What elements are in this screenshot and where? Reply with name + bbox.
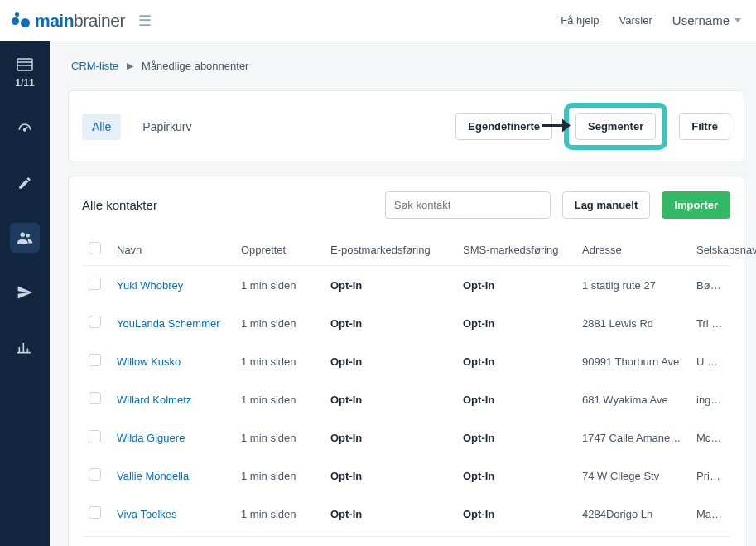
cell-sms-mkt: Opt-In: [456, 495, 575, 533]
row-checkbox[interactable]: [89, 506, 101, 519]
tabbar: Alle Papirkurv Egendefinerte Segmenter F…: [68, 90, 744, 162]
sidebar: 1/11: [0, 41, 50, 546]
col-email-mkt[interactable]: E-postmarkedsføring: [324, 234, 456, 266]
table-row: Wilda Giguere1 min sidenOpt-InOpt-In1747…: [82, 418, 730, 457]
breadcrumb: CRM-liste ▶ Månedlige abonnenter: [71, 60, 744, 72]
username-label: Username: [672, 13, 730, 27]
users-icon: [16, 229, 34, 247]
cell-sms-mkt: Opt-In: [456, 418, 575, 457]
sidebar-item-analytics[interactable]: [10, 332, 40, 362]
col-address[interactable]: Adresse: [575, 234, 690, 266]
tab-all[interactable]: Alle: [82, 114, 121, 140]
filters-button[interactable]: Filtre: [679, 113, 730, 140]
cell-created: 1 min siden: [234, 495, 324, 533]
panel-title: Alle kontakter: [82, 198, 157, 212]
svg-marker-12: [562, 118, 571, 132]
cell-company: Mclaughlin, Luth: [690, 418, 730, 457]
cell-sms-mkt: Opt-In: [456, 457, 575, 495]
row-checkbox[interactable]: [89, 278, 101, 290]
col-created[interactable]: Opprettet: [234, 234, 324, 266]
cell-email-mkt: Opt-In: [324, 380, 456, 418]
bar-chart-icon: [17, 339, 33, 355]
user-menu[interactable]: Username: [672, 13, 741, 27]
col-name[interactable]: Navn: [110, 234, 234, 266]
cell-created: 1 min siden: [234, 266, 324, 305]
sidebar-item-dashboard[interactable]: [10, 114, 40, 143]
custom-fields-button[interactable]: Egendefinerte: [455, 113, 552, 140]
row-checkbox[interactable]: [89, 392, 101, 404]
paper-plane-icon: [17, 284, 33, 301]
sidebar-step: 1/11: [15, 58, 34, 89]
contact-name-link[interactable]: Willow Kusko: [117, 355, 181, 368]
svg-rect-0: [17, 59, 32, 70]
cell-company: Mark Iv Press: [690, 495, 730, 533]
table-row: Willow Kusko1 min sidenOpt-InOpt-In90991…: [82, 342, 730, 380]
row-checkbox[interactable]: [89, 430, 101, 442]
breadcrumb-current: Månedlige abonnenter: [142, 60, 248, 72]
sidebar-item-contacts[interactable]: [10, 223, 40, 253]
svg-point-5: [21, 233, 26, 238]
cell-email-mkt: Opt-In: [324, 266, 456, 305]
help-link[interactable]: Få hjelp: [561, 14, 599, 27]
import-button[interactable]: Importer: [662, 191, 730, 219]
contact-name-link[interactable]: Vallie Mondella: [117, 470, 189, 482]
chevron-right-icon: ▶: [127, 60, 133, 71]
tab-trash[interactable]: Papirkurv: [132, 114, 201, 140]
breadcrumb-root[interactable]: CRM-liste: [71, 60, 118, 72]
logo-icon: [12, 12, 30, 30]
cell-company: Private Proerties: [690, 457, 730, 495]
contact-name-link[interactable]: Viva Toelkes: [117, 508, 177, 520]
cell-sms-mkt: Opt-In: [456, 266, 575, 305]
gauge-icon: [17, 120, 33, 137]
row-checkbox[interactable]: [89, 468, 101, 481]
cell-company: Tri M tool Inc: [690, 304, 730, 342]
search-input[interactable]: [385, 191, 551, 219]
menu-toggle-icon[interactable]: ☰: [138, 12, 152, 30]
cell-address: 90991 Thorburn Ave: [575, 342, 690, 380]
cell-created: 1 min siden: [234, 380, 324, 418]
cell-address: 1 statlig rute 27: [575, 266, 690, 305]
contact-name-link[interactable]: Wilda Giguere: [117, 432, 185, 444]
col-sms-mkt[interactable]: SMS-markedsføring: [456, 234, 575, 266]
cell-address: 74 W Cllege Stv: [575, 457, 690, 495]
table-row: YouLanda Schemmer1 min sidenOpt-InOpt-In…: [82, 304, 730, 342]
cell-email-mkt: Opt-In: [324, 304, 456, 342]
topbar: mainbrainer ☰ Få hjelp Varsler Username: [0, 0, 756, 41]
select-all-checkbox[interactable]: [89, 242, 101, 254]
logo[interactable]: mainbrainer: [12, 11, 125, 31]
svg-point-6: [26, 234, 30, 238]
cell-address: 681 Wyakima Ave: [575, 380, 690, 418]
cell-address: 1747 Calle Amanecer #2: [575, 418, 690, 457]
segments-highlight: Segmenter: [564, 103, 667, 150]
pager: Elementer per side: 20 1 - 1 of 1 ‹ ›: [82, 536, 730, 546]
cell-email-mkt: Opt-In: [324, 342, 456, 380]
cell-address: 4284Dorigo Ln: [575, 495, 690, 533]
contacts-panel: Alle kontakter Lag manuelt Importer Navn: [68, 176, 744, 546]
cell-email-mkt: Opt-In: [324, 457, 456, 495]
step-label: 1/11: [15, 77, 34, 89]
contact-name-link[interactable]: YouLanda Schemmer: [117, 317, 220, 330]
col-company[interactable]: Selskapsnavn: [690, 234, 730, 266]
cell-company: U Pull It: [690, 342, 730, 380]
row-checkbox[interactable]: [89, 354, 101, 366]
cell-address: 2881 Lewis Rd: [575, 304, 690, 342]
segments-button[interactable]: Segmenter: [575, 113, 656, 140]
list-icon: [15, 58, 34, 74]
chevron-down-icon: [734, 18, 741, 22]
contact-name-link[interactable]: Yuki Whobrey: [117, 279, 183, 292]
cell-created: 1 min siden: [234, 457, 324, 495]
alerts-link[interactable]: Varsler: [619, 14, 652, 27]
contact-name-link[interactable]: Willard Kolmetz: [117, 394, 191, 406]
cell-email-mkt: Opt-In: [324, 495, 456, 533]
table-row: Yuki Whobrey1 min sidenOpt-InOpt-In1 sta…: [82, 266, 730, 305]
row-checkbox[interactable]: [89, 316, 101, 328]
sidebar-item-send[interactable]: [10, 278, 40, 307]
cell-sms-mkt: Opt-In: [456, 304, 575, 342]
pencil-icon: [17, 176, 32, 191]
cell-company: Bønder forsikring: [690, 266, 730, 305]
table-row: Vallie Mondella1 min sidenOpt-InOpt-In74…: [82, 457, 730, 495]
sidebar-item-edit[interactable]: [10, 168, 40, 198]
cell-created: 1 min siden: [234, 342, 324, 380]
create-manual-button[interactable]: Lag manuelt: [562, 191, 651, 219]
cell-created: 1 min siden: [234, 418, 324, 457]
